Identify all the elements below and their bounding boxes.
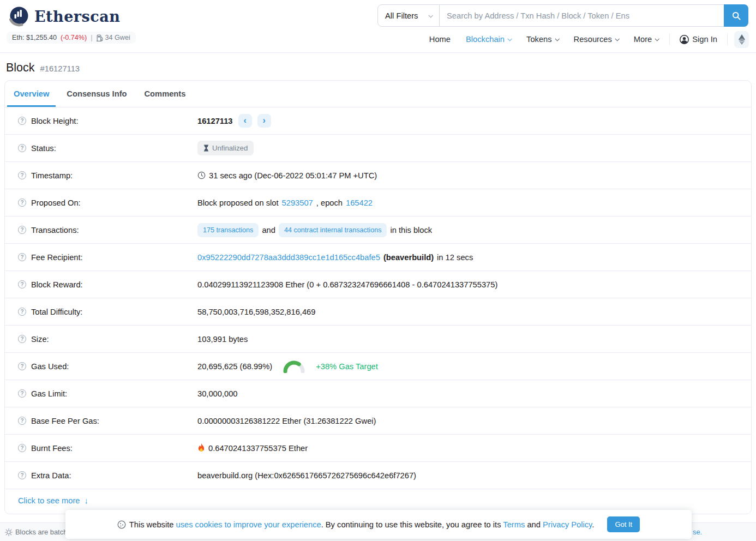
row-size: ? Size: 103,991 bytes bbox=[5, 326, 751, 353]
help-icon[interactable]: ? bbox=[18, 117, 26, 125]
hourglass-icon bbox=[203, 145, 209, 152]
footer-link-fragment[interactable]: se. bbox=[693, 528, 702, 536]
tab-comments[interactable]: Comments bbox=[138, 81, 193, 107]
help-icon[interactable]: ? bbox=[18, 417, 26, 425]
gas-limit-value: 30,000,000 bbox=[197, 389, 238, 398]
search-input[interactable] bbox=[440, 4, 724, 27]
click-to-see-more-link[interactable]: Click to see more ↓ bbox=[18, 496, 88, 505]
total-difficulty-value: 58,750,003,716,598,352,816,469 bbox=[197, 308, 315, 316]
eth-price-change: (-0.74%) bbox=[61, 34, 87, 41]
help-icon[interactable]: ? bbox=[18, 280, 26, 288]
nav-tokens[interactable]: Tokens bbox=[519, 35, 566, 44]
nav-resources-label: Resources bbox=[574, 35, 612, 44]
row-gas-used: ? Gas Used: 20,695,625 (68.99%) +38% Gas… bbox=[5, 353, 751, 380]
row-label-text: Timestamp: bbox=[31, 171, 73, 180]
row-label-text: Base Fee Per Gas: bbox=[31, 417, 99, 425]
status-badge-label: Unfinalized bbox=[212, 144, 248, 152]
fire-icon bbox=[197, 443, 205, 453]
gas-target-delta[interactable]: +38% Gas Target bbox=[316, 362, 378, 371]
slot-link[interactable]: 5293507 bbox=[282, 199, 313, 207]
eth-price[interactable]: Eth: $1,255.40 bbox=[12, 34, 57, 41]
see-more-label: Click to see more bbox=[18, 496, 80, 505]
transactions-badge[interactable]: 175 transactions bbox=[197, 223, 259, 237]
help-icon[interactable]: ? bbox=[18, 171, 26, 179]
help-icon[interactable]: ? bbox=[18, 144, 26, 152]
privacy-policy-link[interactable]: Privacy Policy bbox=[543, 520, 592, 529]
cookie-text-end: . bbox=[592, 520, 594, 529]
block-reward-value: 0.040299113921123908 Ether (0 + 0.687323… bbox=[197, 280, 497, 289]
row-label-text: Size: bbox=[31, 335, 49, 344]
gas-gauge bbox=[282, 359, 306, 373]
tab-consensus-info[interactable]: Consensus Info bbox=[60, 81, 133, 107]
sign-in-label: Sign In bbox=[692, 35, 717, 44]
etherscan-logo[interactable]: Etherscan bbox=[8, 5, 120, 28]
eth-price-bar: Eth: $1,255.40 (-0.74%) | 34 Gwei bbox=[7, 32, 136, 44]
next-block-button[interactable]: › bbox=[257, 114, 271, 128]
proposed-on-text: , epoch bbox=[316, 199, 343, 207]
row-total-difficulty: ? Total Difficulty: 58,750,003,716,598,3… bbox=[5, 298, 751, 326]
row-label-text: Transactions: bbox=[31, 226, 79, 235]
network-switcher-button[interactable] bbox=[734, 31, 749, 48]
internal-transactions-badge[interactable]: 44 contract internal transactions bbox=[279, 223, 387, 237]
row-label-text: Burnt Fees: bbox=[31, 444, 73, 453]
sign-in-button[interactable]: Sign In bbox=[673, 35, 724, 44]
search-filter-label: All Filters bbox=[385, 11, 418, 20]
proposed-on-text: Block proposed on slot bbox=[197, 199, 279, 207]
got-it-button[interactable]: Got It bbox=[607, 516, 640, 532]
search-button[interactable] bbox=[724, 4, 748, 27]
chevron-down-icon bbox=[428, 13, 433, 17]
nav-home[interactable]: Home bbox=[422, 35, 458, 44]
row-label-text: Fee Recipient: bbox=[31, 253, 83, 262]
search-icon bbox=[732, 11, 741, 20]
epoch-link[interactable]: 165422 bbox=[346, 199, 373, 207]
block-number: #16127113 bbox=[40, 64, 80, 73]
search-filter-dropdown[interactable]: All Filters bbox=[377, 4, 440, 27]
help-icon[interactable]: ? bbox=[18, 253, 26, 261]
help-icon[interactable]: ? bbox=[18, 199, 26, 207]
nav-resources[interactable]: Resources bbox=[566, 35, 626, 44]
row-proposed-on: ? Proposed On: Block proposed on slot 52… bbox=[5, 189, 751, 217]
nav-more[interactable]: More bbox=[626, 35, 666, 44]
row-base-fee: ? Base Fee Per Gas: 0.00000003126381222 … bbox=[5, 407, 751, 435]
fee-recipient-address-link[interactable]: 0x95222290dd7278aa3ddd389cc1e1d165cc4baf… bbox=[197, 253, 380, 262]
help-icon[interactable]: ? bbox=[18, 389, 26, 398]
pill-divider: | bbox=[91, 34, 92, 41]
help-icon[interactable]: ? bbox=[18, 444, 26, 452]
help-icon[interactable]: ? bbox=[18, 362, 26, 370]
fee-recipient-name: (beaverbuild) bbox=[383, 253, 434, 262]
timestamp-value: 31 secs ago (Dec-06-2022 05:01:47 PM +UT… bbox=[209, 171, 377, 180]
search-bar: All Filters bbox=[377, 4, 748, 27]
cookie-text-start: This website bbox=[129, 520, 176, 529]
gas-used-value: 20,695,625 (68.99%) bbox=[197, 362, 272, 371]
row-transactions: ? Transactions: 175 transactions and 44 … bbox=[5, 217, 751, 244]
cookie-text-and: and bbox=[525, 520, 543, 529]
row-label-text: Total Difficulty: bbox=[31, 308, 82, 316]
nav-blockchain[interactable]: Blockchain bbox=[458, 35, 519, 44]
row-label-text: Extra Data: bbox=[31, 471, 71, 480]
prev-block-button[interactable]: ‹ bbox=[238, 114, 252, 128]
row-block-reward: ? Block Reward: 0.040299113921123908 Eth… bbox=[5, 271, 751, 298]
help-icon[interactable]: ? bbox=[18, 471, 26, 479]
header: Etherscan Eth: $1,255.40 (-0.74%) | 34 G… bbox=[0, 0, 756, 53]
gas-price: 34 Gwei bbox=[105, 34, 130, 41]
gas-tracker[interactable]: 34 Gwei bbox=[97, 34, 130, 41]
help-icon[interactable]: ? bbox=[18, 335, 26, 343]
transactions-suffix-text: in this block bbox=[390, 226, 432, 235]
tab-bar: Overview Consensus Info Comments bbox=[5, 81, 751, 107]
status-badge: Unfinalized bbox=[197, 141, 254, 155]
row-label-text: Block Height: bbox=[31, 117, 79, 125]
burnt-fees-value: 0.6470241337755375 Ether bbox=[208, 444, 308, 453]
help-icon[interactable]: ? bbox=[18, 308, 26, 316]
fee-recipient-suffix: in 12 secs bbox=[437, 253, 473, 262]
cookies-policy-link[interactable]: uses cookies to improve your experience bbox=[176, 520, 321, 529]
size-value: 103,991 bytes bbox=[197, 335, 248, 344]
extra-data-value: beaverbuild.org (Hex:0x62656176657262756… bbox=[197, 471, 416, 480]
nav-divider bbox=[727, 33, 728, 45]
terms-link[interactable]: Terms bbox=[503, 520, 525, 529]
cookie-text-mid: . By continuing to use this website, you… bbox=[321, 520, 503, 529]
row-label-text: Block Reward: bbox=[31, 280, 83, 289]
block-height-value: 16127113 bbox=[197, 117, 233, 125]
row-gas-limit: ? Gas Limit: 30,000,000 bbox=[5, 380, 751, 407]
tab-overview[interactable]: Overview bbox=[7, 81, 56, 107]
help-icon[interactable]: ? bbox=[18, 226, 26, 234]
